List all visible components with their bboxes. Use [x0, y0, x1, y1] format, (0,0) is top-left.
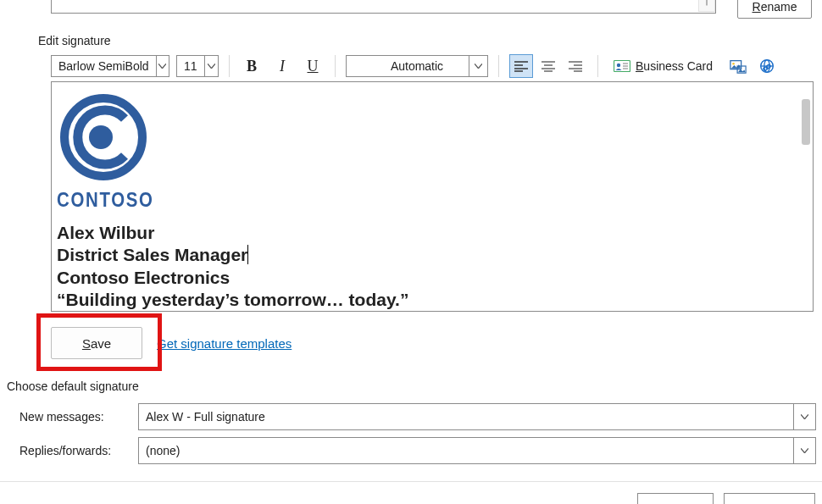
font-size-select[interactable]: 11	[176, 55, 219, 77]
company-logo: CONTOSO	[57, 91, 813, 212]
font-family-value: Barlow SemiBold	[52, 59, 156, 73]
signature-text-block: Alex Wilbur District Sales Manager Conto…	[57, 222, 813, 311]
chevron-down-icon	[469, 56, 487, 76]
replies-forwards-label: Replies/forwards:	[19, 444, 138, 457]
chevron-down-icon	[793, 404, 815, 429]
svg-point-13	[617, 64, 620, 67]
font-color-value: Automatic	[384, 59, 450, 73]
new-messages-value: Alex W - Full signature	[146, 410, 265, 424]
chevron-down-icon	[793, 438, 815, 463]
separator	[498, 55, 499, 77]
signature-editor[interactable]: CONTOSO Alex Wilbur District Sales Manag…	[51, 81, 814, 312]
font-family-select[interactable]: Barlow SemiBold	[51, 55, 169, 77]
new-messages-label: New messages:	[19, 410, 138, 424]
signature-title: District Sales Manager	[57, 244, 813, 266]
bold-button[interactable]: B	[240, 54, 264, 78]
company-logo-text: CONTOSO	[57, 188, 699, 212]
signature-tagline: “Building yesterday’s tomorrow… today.”	[57, 289, 813, 311]
save-button[interactable]: Save	[51, 327, 142, 359]
svg-point-18	[732, 63, 735, 65]
signature-company: Contoso Electronics	[57, 267, 813, 289]
dialog-button[interactable]	[724, 493, 815, 504]
contoso-logo-icon	[57, 91, 150, 184]
signature-name-more-icon[interactable]	[698, 0, 715, 12]
font-color-select[interactable]: Automatic	[346, 55, 488, 77]
chevron-down-icon	[204, 56, 218, 76]
replies-forwards-select[interactable]: (none)	[138, 437, 816, 464]
separator	[335, 55, 336, 77]
align-center-button[interactable]	[536, 54, 560, 78]
edit-signature-label: Edit signature	[38, 34, 111, 47]
font-size-value: 11	[177, 59, 204, 73]
business-card-icon	[614, 58, 630, 75]
alignment-group	[509, 54, 587, 78]
signature-name-input[interactable]	[51, 0, 716, 14]
insert-image-button[interactable]	[730, 58, 747, 75]
rename-button[interactable]: Rename	[737, 0, 812, 19]
replies-forwards-value: (none)	[146, 444, 180, 457]
choose-default-label: Choose default signature	[7, 379, 139, 393]
underline-button[interactable]: U	[301, 54, 325, 78]
chevron-down-icon	[156, 56, 169, 76]
dialog-button[interactable]	[637, 493, 714, 504]
signature-name: Alex Wilbur	[57, 222, 813, 244]
get-templates-link[interactable]: Get signature templates	[157, 336, 292, 351]
rename-accelerator: R	[753, 0, 761, 14]
save-accelerator: S	[82, 336, 91, 351]
business-card-accelerator: B	[636, 59, 643, 73]
align-right-button[interactable]	[564, 54, 587, 78]
align-left-button[interactable]	[509, 54, 533, 78]
business-card-button[interactable]: Business Card	[608, 54, 718, 78]
separator	[597, 55, 598, 77]
separator	[229, 55, 230, 77]
scrollbar-thumb[interactable]	[802, 99, 810, 145]
new-messages-select[interactable]: Alex W - Full signature	[138, 403, 816, 430]
insert-link-button[interactable]	[758, 58, 775, 75]
format-toolbar: Barlow SemiBold 11 B I U Automatic	[51, 53, 814, 80]
svg-point-27	[89, 125, 113, 149]
italic-button[interactable]: I	[270, 54, 294, 78]
separator	[0, 481, 822, 482]
